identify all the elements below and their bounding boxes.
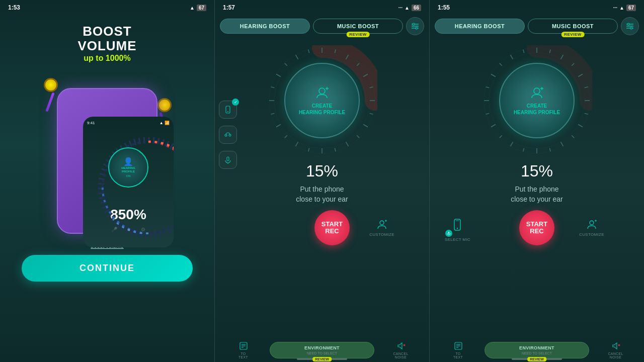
svg-line-80 xyxy=(511,55,513,59)
cancel-noise-item-3[interactable]: CANCELNOISE xyxy=(592,341,639,359)
env-review-badge-3: REVIEW xyxy=(527,357,546,361)
ear-instruction-3: Put the phoneclose to your ear xyxy=(511,185,563,204)
svg-line-17 xyxy=(363,125,368,127)
env-review-badge-2: REVIEW xyxy=(312,357,332,361)
wifi-icon-2: ▲ xyxy=(405,5,410,11)
bottom-bar-wrapper-3: TOTEXT ENVIRONMENT NEED TO SELECT REVIEW… xyxy=(430,358,644,362)
bottom-bar-2: TOTEXT ENVIRONMENT NEED TO SELECT REVIEW… xyxy=(215,337,429,362)
svg-line-28 xyxy=(271,87,275,88)
sidebar-earbuds-icon-2[interactable] xyxy=(219,126,237,144)
customize-label-3: CUSTOMIZE xyxy=(579,232,604,237)
svg-line-25 xyxy=(276,125,281,127)
svg-rect-40 xyxy=(227,157,229,161)
svg-line-20 xyxy=(335,148,336,152)
phone-dial: 👤 HEARINGPROFILE ON xyxy=(93,132,164,203)
svg-line-67 xyxy=(572,135,574,138)
dots-3: ··· xyxy=(613,5,617,11)
rec-button-3[interactable]: START REC xyxy=(519,210,554,245)
sidebar-phone-icon-2[interactable]: ✓ xyxy=(219,101,237,119)
svg-line-81 xyxy=(523,50,524,53)
svg-line-26 xyxy=(271,113,275,114)
phone-illustration: 9:41 ▲ 📶 xyxy=(37,68,178,239)
svg-line-30 xyxy=(285,63,287,66)
hearing-dial-3: CREATE HEARING PROFILE xyxy=(481,45,592,156)
environment-btn-2[interactable]: ENVIRONMENT NEED TO SELECT REVIEW xyxy=(270,342,374,358)
create-label-3: CREATE HEARING PROFILE xyxy=(514,103,560,116)
hearing-dial-2: CREATE HEARING PROFILE xyxy=(267,45,377,156)
status-bar-2: 1:57 ··· ▲ 66 xyxy=(215,0,429,13)
sidebar-mic-icon-2[interactable] xyxy=(219,151,237,169)
status-icons-1: ▲ 67 xyxy=(190,5,206,11)
svg-point-6 xyxy=(416,27,418,29)
svg-line-65 xyxy=(585,113,588,114)
wifi-icon-3: ▲ xyxy=(619,5,624,11)
svg-point-42 xyxy=(380,221,384,225)
percent-2: 15% xyxy=(306,162,338,180)
subtitle: up to 1000% xyxy=(77,54,136,63)
customize-item-2[interactable]: CUSTOMIZE xyxy=(350,219,419,237)
status-icons-3: ··· ▲ 67 xyxy=(613,5,636,11)
wifi-icon-1: ▲ xyxy=(190,5,195,11)
on-label: ON xyxy=(126,174,131,177)
svg-point-5 xyxy=(413,23,415,25)
settings-button-2[interactable] xyxy=(406,17,424,35)
svg-line-31 xyxy=(296,55,298,59)
status-bar-1: 1:53 ▲ 67 xyxy=(0,0,214,13)
svg-line-69 xyxy=(549,148,550,152)
inner-circle-3[interactable]: CREATE HEARING PROFILE xyxy=(499,63,575,138)
cancel-noise-label-3: CANCELNOISE xyxy=(608,352,623,359)
select-mic-item-3[interactable]: SELECT MIC xyxy=(445,214,470,242)
music-review-badge-2: REVIEW xyxy=(346,32,370,37)
battery-1: 67 xyxy=(197,5,206,11)
svg-line-66 xyxy=(578,125,583,127)
battery-3: 67 xyxy=(626,5,636,11)
cancel-noise-label-2: CANCELNOISE xyxy=(393,352,408,359)
rec-btn-wrapper-3: START REC xyxy=(519,210,554,245)
svg-line-71 xyxy=(523,148,524,152)
tab-hearing-boost-2[interactable]: HEARING BOOST xyxy=(220,19,310,34)
svg-line-78 xyxy=(491,74,496,77)
svg-point-55 xyxy=(630,27,632,29)
bottom-bar-wrapper-2: TOTEXT ENVIRONMENT NEED TO SELECT REVIEW… xyxy=(215,358,429,362)
time-2: 1:57 xyxy=(223,4,235,11)
svg-line-29 xyxy=(276,74,281,77)
ear-instruction-2: Put the phoneclose to your ear xyxy=(296,185,348,204)
settings-button-3[interactable] xyxy=(621,17,639,35)
svg-point-37 xyxy=(227,111,228,112)
cancel-noise-item-2[interactable]: CANCELNOISE xyxy=(377,341,424,359)
tab-hearing-boost-3[interactable]: HEARING BOOST xyxy=(435,19,525,34)
svg-point-33 xyxy=(319,88,325,94)
svg-line-16 xyxy=(370,113,373,114)
tab-bar-3: HEARING BOOST MUSIC BOOST REVIEW xyxy=(430,17,644,35)
continue-button[interactable]: CONTINUE xyxy=(22,255,193,282)
rec-button-2[interactable]: START REC xyxy=(314,210,350,245)
svg-point-86 xyxy=(457,228,458,229)
tab-music-boost-3[interactable]: MUSIC BOOST REVIEW xyxy=(528,19,618,34)
bottom-bar-3: TOTEXT ENVIRONMENT NEED TO SELECT REVIEW… xyxy=(430,337,644,362)
controls-row-2: START REC CUSTOMIZE xyxy=(215,210,429,245)
svg-rect-88 xyxy=(448,232,449,234)
svg-line-75 xyxy=(486,113,490,114)
panel-2: 1:57 ··· ▲ 66 HEARING BOOST MUSIC BOOST … xyxy=(214,0,430,362)
to-text-item-3[interactable]: TOTEXT xyxy=(435,341,481,359)
to-text-item-2[interactable]: TOTEXT xyxy=(220,341,267,359)
svg-line-77 xyxy=(486,87,490,88)
svg-line-23 xyxy=(296,142,298,146)
status-icons-2: ··· ▲ 66 xyxy=(398,5,421,11)
tab-bar-2: HEARING BOOST MUSIC BOOST REVIEW xyxy=(215,17,429,35)
inner-circle-2[interactable]: CREATE HEARING PROFILE xyxy=(284,63,360,138)
to-text-label-2: TOTEXT xyxy=(238,352,248,359)
phone-body: 9:41 ▲ 📶 xyxy=(57,88,157,234)
select-mic-wrapper-3: SELECT MIC xyxy=(440,214,519,242)
svg-point-89 xyxy=(590,221,594,225)
svg-line-32 xyxy=(308,50,309,53)
environment-btn-3[interactable]: ENVIRONMENT NEED TO SELECT REVIEW xyxy=(485,342,589,358)
create-profile-icon-3 xyxy=(529,85,544,101)
tab-music-boost-2[interactable]: MUSIC BOOST REVIEW xyxy=(313,19,403,34)
customize-item-3[interactable]: CUSTOMIZE xyxy=(554,219,634,237)
rec-btn-wrapper-2: START REC xyxy=(314,210,350,245)
svg-line-72 xyxy=(511,142,513,146)
to-text-label-3: TOTEXT xyxy=(453,352,463,359)
create-profile-icon-2 xyxy=(314,85,330,101)
select-mic-label-3: SELECT MIC xyxy=(445,237,470,242)
